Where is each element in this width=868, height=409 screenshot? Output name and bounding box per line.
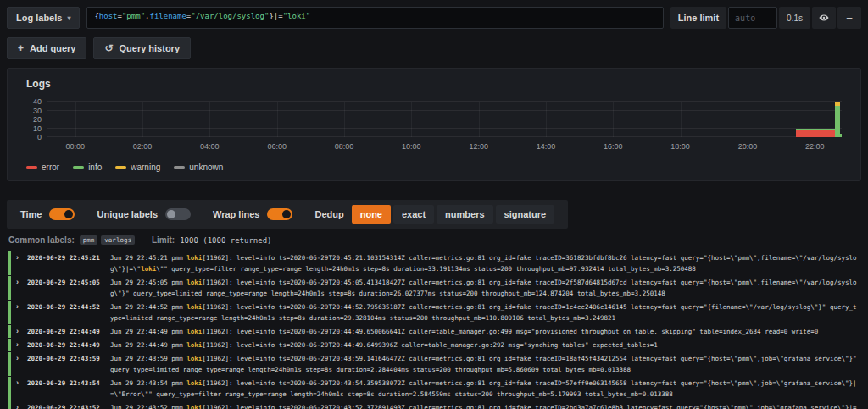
toggle-knob bbox=[167, 210, 175, 218]
unique-labels-toggle[interactable] bbox=[165, 208, 191, 220]
query-token: filename bbox=[149, 12, 186, 20]
legend-color-dash bbox=[26, 166, 37, 169]
histogram-bar-info[interactable] bbox=[835, 106, 840, 137]
dedup-options: noneexactnumberssignature bbox=[352, 205, 554, 224]
dedup-option[interactable]: exact bbox=[393, 205, 434, 224]
toolbar: + Add query ↺ Query history bbox=[0, 29, 868, 59]
expand-chevron-icon[interactable]: › bbox=[16, 340, 27, 351]
legend-label: warning bbox=[131, 163, 160, 172]
log-row-time: 2020-06-29 22:43:59 bbox=[27, 353, 110, 364]
time-toggle[interactable] bbox=[49, 208, 75, 220]
legend-label: info bbox=[88, 163, 102, 172]
histogram-bar-info[interactable] bbox=[840, 134, 842, 137]
log-row-body: Jun 29 22:43:59 pmm loki[11962]: level=i… bbox=[110, 353, 860, 375]
legend-color-dash bbox=[174, 166, 185, 169]
logs-meta: Common labels: pmmvarlogs Limit: 1000 (1… bbox=[0, 229, 868, 248]
history-icon: ↺ bbox=[104, 42, 113, 54]
log-row[interactable]: › 2020-06-29 22:43:59 Jun 29 22:43:59 pm… bbox=[8, 352, 860, 376]
dedup-label: Dedup bbox=[314, 209, 343, 219]
plus-icon: + bbox=[18, 42, 24, 54]
log-row[interactable]: › 2020-06-29 22:44:49 Jun 29 22:44:49 pm… bbox=[8, 325, 860, 338]
label-chip[interactable]: pmm bbox=[80, 235, 98, 245]
unique-labels-label: Unique labels bbox=[97, 209, 158, 219]
query-input[interactable]: {host="pmm",filename="/var/log/syslog"}|… bbox=[86, 7, 663, 29]
expand-chevron-icon[interactable]: › bbox=[16, 252, 27, 263]
logs-histogram[interactable]: 010203040 00:0002:0004:0006:0008:0010:00… bbox=[47, 102, 842, 154]
eye-icon bbox=[819, 13, 829, 23]
log-row-time: 2020-06-29 22:43:54 bbox=[27, 378, 110, 389]
log-rows: › 2020-06-29 22:45:21 Jun 29 22:45:21 pm… bbox=[0, 248, 868, 409]
label-chip[interactable]: varlogs bbox=[101, 235, 135, 245]
legend-item[interactable]: warning bbox=[115, 163, 160, 172]
logs-histogram-plot[interactable]: 010203040 bbox=[47, 102, 842, 137]
log-row[interactable]: › 2020-06-29 22:45:21 Jun 29 22:45:21 pm… bbox=[8, 251, 860, 275]
limit-label: Limit: bbox=[152, 235, 175, 245]
log-row-body: Jun 29 22:43:54 pmm loki[11962]: level=i… bbox=[110, 378, 860, 400]
legend-item[interactable]: error bbox=[26, 163, 59, 172]
log-row-body: Jun 29 22:44:49 pmm loki[11962]: level=i… bbox=[110, 326, 860, 337]
line-limit-label: Line limit bbox=[670, 7, 726, 29]
add-query-label: Add query bbox=[30, 43, 75, 53]
query-options-group: Line limit 0.1s − bbox=[670, 7, 861, 29]
log-row-time: 2020-06-29 22:44:52 bbox=[27, 301, 110, 312]
common-labels-label: Common labels: bbox=[8, 235, 75, 245]
x-axis: 00:0002:0004:0006:0008:0010:0012:0014:00… bbox=[47, 141, 842, 154]
dedup-option[interactable]: signature bbox=[496, 205, 555, 224]
log-row[interactable]: › 2020-06-29 22:44:49 Jun 29 22:44:49 pm… bbox=[8, 339, 860, 351]
query-token: host bbox=[99, 12, 118, 20]
histogram-bar-error[interactable] bbox=[796, 130, 835, 137]
add-query-button[interactable]: + Add query bbox=[7, 37, 86, 59]
expand-chevron-icon[interactable]: › bbox=[16, 326, 27, 337]
line-limit-input[interactable] bbox=[728, 7, 777, 29]
limit-group: Limit: 1000 (1000 returned) bbox=[152, 235, 272, 245]
query-token: }|= bbox=[269, 12, 282, 20]
time-control: Time bbox=[20, 208, 75, 220]
chevron-down-icon: ▾ bbox=[67, 14, 70, 22]
log-row[interactable]: › 2020-06-29 22:44:52 Jun 29 22:44:52 pm… bbox=[8, 301, 860, 324]
expand-chevron-icon[interactable]: › bbox=[16, 353, 27, 364]
log-options-bar: Time Unique labels Wrap lines Dedup none… bbox=[7, 200, 568, 229]
legend-label: unknown bbox=[189, 163, 223, 172]
legend-item[interactable]: info bbox=[73, 163, 102, 172]
remove-query-button[interactable]: − bbox=[837, 7, 861, 29]
toggle-knob bbox=[282, 210, 291, 218]
log-row[interactable]: › 2020-06-29 22:43:54 Jun 29 22:43:54 pm… bbox=[8, 377, 860, 401]
dedup-option[interactable]: numbers bbox=[437, 205, 492, 224]
log-labels-dropdown[interactable]: Log labels ▾ bbox=[7, 7, 80, 29]
minus-icon: − bbox=[846, 13, 853, 24]
legend-label: error bbox=[42, 163, 59, 172]
legend-color-dash bbox=[115, 166, 126, 169]
log-row-body: Jun 29 22:44:49 pmm loki[11962]: level=i… bbox=[110, 340, 860, 351]
log-row[interactable]: › 2020-06-29 22:45:05 Jun 29 22:45:05 pm… bbox=[8, 276, 860, 300]
limit-value: 1000 (1000 returned) bbox=[180, 236, 271, 245]
toggle-knob bbox=[64, 210, 73, 218]
logs-panel: Logs 010203040 00:0002:0004:0006:0008:00… bbox=[7, 68, 861, 181]
expand-chevron-icon[interactable]: › bbox=[16, 378, 27, 389]
query-time-badge: 0.1s bbox=[779, 7, 810, 29]
dedup-option[interactable]: none bbox=[352, 205, 391, 224]
log-labels-label: Log labels bbox=[16, 13, 62, 23]
expand-chevron-icon[interactable]: › bbox=[16, 277, 27, 288]
log-row-time: 2020-06-29 22:45:05 bbox=[27, 277, 110, 288]
log-row-time: 2020-06-29 22:45:21 bbox=[27, 252, 110, 263]
query-row: Log labels ▾ {host="pmm",filename="/var/… bbox=[0, 0, 868, 29]
expand-chevron-icon[interactable]: › bbox=[16, 301, 27, 312]
wrap-lines-control: Wrap lines bbox=[213, 208, 292, 220]
query-history-label: Query history bbox=[119, 43, 180, 53]
hide-query-button[interactable] bbox=[812, 7, 836, 29]
log-row-body: Jun 29 22:44:52 pmm loki[11962]: level=i… bbox=[110, 301, 860, 323]
histogram-bar-warning[interactable] bbox=[835, 102, 840, 106]
legend-item[interactable]: unknown bbox=[174, 163, 223, 172]
wrap-lines-toggle[interactable] bbox=[267, 208, 292, 220]
expand-chevron-icon[interactable]: › bbox=[16, 402, 27, 409]
log-row-body: Jun 29 22:43:52 pmm loki[11962]: level=i… bbox=[110, 402, 860, 409]
log-row-time: 2020-06-29 22:44:49 bbox=[27, 340, 110, 351]
query-token: "loki" bbox=[283, 12, 311, 20]
wrap-lines-label: Wrap lines bbox=[213, 209, 259, 219]
time-label: Time bbox=[20, 209, 42, 219]
histogram-bar-info[interactable] bbox=[796, 129, 835, 130]
unique-labels-control: Unique labels bbox=[97, 208, 191, 220]
query-history-button[interactable]: ↺ Query history bbox=[93, 37, 191, 59]
log-row[interactable]: › 2020-06-29 22:43:52 Jun 29 22:43:52 pm… bbox=[8, 401, 860, 409]
log-row-body: Jun 29 22:45:05 pmm loki[11962]: level=i… bbox=[110, 277, 860, 299]
